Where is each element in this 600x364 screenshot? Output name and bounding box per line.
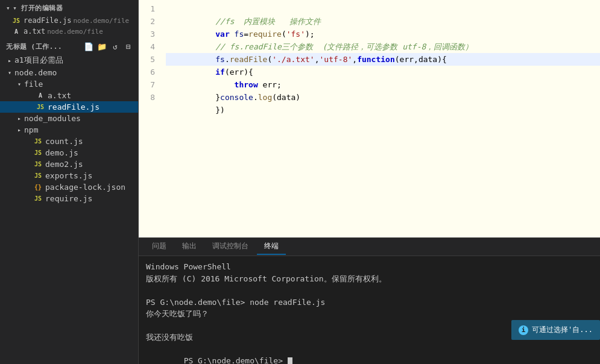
tree-arrow: ▸ <box>14 127 24 133</box>
tree-arrow: ▾ <box>14 81 24 87</box>
open-editor-filename-txt: a.txt <box>24 27 45 36</box>
tree-arrow: ▾ <box>5 69 14 76</box>
json-icon: {} <box>34 183 42 192</box>
paren-open: ( <box>282 30 286 39</box>
tree-item-nodemodules[interactable]: ▸ node_modules <box>0 113 138 124</box>
code-editor[interactable]: 1 2 3 4 5 6 7 8 //fs 内置模块 操作文件 var fs=re… <box>139 0 600 237</box>
tab-terminal[interactable]: 终端 <box>257 239 286 255</box>
open-editors-header[interactable]: ▾ ▾ 打开的编辑器 <box>0 0 138 15</box>
terminal-line-2: 版权所有 (C) 2016 Microsoft Corporation。保留所有… <box>146 273 593 285</box>
editor-area: 1 2 3 4 5 6 7 8 //fs 内置模块 操作文件 var fs=re… <box>139 0 600 237</box>
tree-item-a1[interactable]: ▸ a1项目必需品 <box>0 54 138 67</box>
tree-label: node_modules <box>24 114 138 123</box>
open-editor-filename: readFile.js <box>24 16 71 25</box>
tree-item-file[interactable]: ▾ file <box>0 78 138 90</box>
terminal-line-3 <box>146 284 593 297</box>
terminal-line-4: PS G:\node.demo\file> node readFile.js <box>146 297 593 309</box>
tree-label: readFile.js <box>48 102 138 111</box>
string-fs: 'fs' <box>286 30 305 39</box>
tab-issues[interactable]: 问题 <box>145 239 174 255</box>
bottom-panel: 问题 输出 调试控制台 终端 Windows PowerShell 版权所有 (… <box>139 237 600 364</box>
line-numbers: 1 2 3 4 5 6 7 8 <box>139 2 166 235</box>
var-fs-4: fs <box>215 55 225 64</box>
explorer-section: 无标题 (工作... 📄 📁 ↺ ⊟ ▸ a1项目必需品 ▾ node.demo… <box>0 39 138 364</box>
var-fs: fs <box>235 30 244 39</box>
txt-file-icon: A <box>36 92 45 100</box>
terminal-line-5: 你今天吃饭了吗？ <box>146 308 593 320</box>
js-icon: JS <box>34 137 42 146</box>
tree-label: a.txt <box>48 91 138 100</box>
tree-item-atxt[interactable]: A a.txt <box>0 90 138 101</box>
new-file-btn[interactable]: 📄 <box>83 40 95 52</box>
tree-label: a1项目必需品 <box>14 55 138 66</box>
tree-label: file <box>24 80 138 89</box>
tree-item-packagejson[interactable]: {} package-lock.json <box>0 181 138 193</box>
main-area: 1 2 3 4 5 6 7 8 //fs 内置模块 操作文件 var fs=re… <box>139 0 600 364</box>
terminal-prompt: PS G:\node.demo\file> <box>184 356 288 364</box>
open-editors-section: ▾ ▾ 打开的编辑器 JS readFile.js node.demo/file… <box>0 0 138 39</box>
terminal-content[interactable]: Windows PowerShell 版权所有 (C) 2016 Microso… <box>139 256 600 364</box>
tree-item-exportsjs[interactable]: JS exports.js <box>0 170 138 181</box>
open-editor-path-txt: node.demo/file <box>47 28 103 36</box>
refresh-btn[interactable]: ↺ <box>109 40 121 52</box>
tab-output[interactable]: 输出 <box>175 239 204 255</box>
explorer-title: 无标题 (工作... <box>6 42 62 51</box>
tree-label: demo2.js <box>45 160 138 169</box>
js-icon: JS <box>34 195 42 203</box>
info-tooltip: i 可通过选择'自... <box>511 320 600 340</box>
tree-label: exports.js <box>45 171 138 180</box>
panel-tabs: 问题 输出 调试控制台 终端 <box>139 238 600 256</box>
tree-item-nodedemo[interactable]: ▾ node.demo <box>0 67 138 78</box>
paren-close: ); <box>305 30 315 39</box>
tree-item-readfile[interactable]: JS readFile.js <box>0 101 138 113</box>
open-editors-label: ▾ 打开的编辑器 <box>13 4 63 13</box>
js-icon: JS <box>34 149 42 157</box>
equals: = <box>244 30 248 39</box>
js-icon: JS <box>34 160 42 169</box>
tree-label: package-lock.json <box>45 183 138 192</box>
js-icon: JS <box>34 172 42 180</box>
tree-arrow: ▸ <box>5 57 14 64</box>
tree-item-countjs[interactable]: JS count.js <box>0 136 138 147</box>
tree-arrow: ▸ <box>14 115 24 122</box>
new-folder-btn[interactable]: 📁 <box>96 40 108 52</box>
tree-label: npm <box>24 125 138 134</box>
tree-label: demo.js <box>45 148 138 157</box>
tree-label: node.demo <box>14 68 138 77</box>
tree-item-npm[interactable]: ▸ npm <box>0 124 138 136</box>
tree-label: count.js <box>45 137 138 146</box>
comment-params: // fs.readFile三个参数 (文件路径，可选参数 utf-8，回调函数… <box>215 42 473 51</box>
require-fn: require <box>248 30 282 39</box>
sidebar: ▾ ▾ 打开的编辑器 JS readFile.js node.demo/file… <box>0 0 139 364</box>
terminal-cursor <box>288 357 292 365</box>
info-icon: i <box>519 325 528 335</box>
code-content[interactable]: //fs 内置模块 操作文件 var fs=require('fs'); // … <box>166 2 600 235</box>
js-icon: JS <box>12 16 21 25</box>
terminal-line-1: Windows PowerShell <box>146 261 593 273</box>
open-editor-atxt[interactable]: A a.txt node.demo/file <box>0 26 138 37</box>
explorer-toolbar: 📄 📁 ↺ ⊟ <box>83 40 134 52</box>
comment-text: //fs 内置模块 操作文件 <box>215 17 320 26</box>
open-editors-triangle: ▾ <box>6 4 10 12</box>
info-text: 可通过选择'自... <box>532 325 593 335</box>
terminal-line-8: PS G:\node.demo\file> <box>146 344 593 365</box>
explorer-header: 无标题 (工作... 📄 📁 ↺ ⊟ <box>0 39 138 54</box>
js-file-icon: JS <box>36 103 45 111</box>
tree-label: require.js <box>45 194 138 203</box>
keyword-var: var <box>215 30 234 39</box>
tree-item-demo2js[interactable]: JS demo2.js <box>0 158 138 170</box>
code-line-1: //fs 内置模块 操作文件 <box>166 2 600 15</box>
tree-item-requirejs[interactable]: JS require.js <box>0 193 138 204</box>
tree-item-demojs[interactable]: JS demo.js <box>0 147 138 158</box>
txt-icon: A <box>12 27 21 36</box>
open-editor-readfile[interactable]: JS readFile.js node.demo/file <box>0 15 138 26</box>
tab-debug-console[interactable]: 调试控制台 <box>205 239 256 255</box>
open-editor-path: node.demo/file <box>73 17 129 25</box>
collapse-btn[interactable]: ⊟ <box>122 40 134 52</box>
